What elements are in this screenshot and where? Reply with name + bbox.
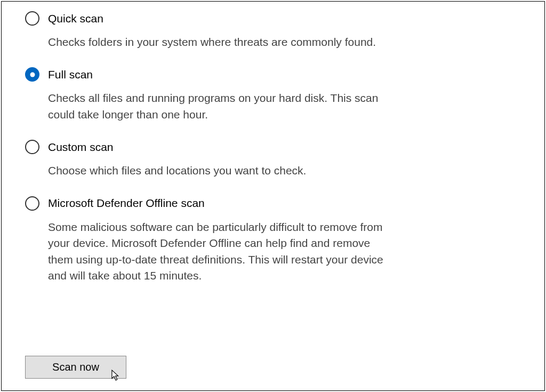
option-description-offline: Some malicious software can be particula… (48, 219, 395, 284)
radio-quick-scan[interactable] (25, 11, 39, 26)
option-description-quick: Checks folders in your system where thre… (48, 34, 395, 50)
option-description-full: Checks all files and running programs on… (48, 90, 395, 123)
option-full-scan: Full scan Checks all files and running p… (25, 67, 521, 123)
option-title-quick: Quick scan (48, 12, 103, 25)
radio-full-scan[interactable] (25, 67, 39, 82)
option-description-custom: Choose which files and locations you wan… (48, 163, 395, 179)
option-title-full: Full scan (48, 68, 93, 81)
radio-offline-scan[interactable] (25, 196, 39, 211)
scan-now-button[interactable]: Scan now (25, 356, 126, 379)
scan-options-panel: Quick scan Checks folders in your system… (1, 1, 545, 391)
option-title-offline: Microsoft Defender Offline scan (48, 197, 205, 210)
option-offline-scan: Microsoft Defender Offline scan Some mal… (25, 196, 521, 284)
option-title-custom: Custom scan (48, 141, 114, 154)
option-quick-scan: Quick scan Checks folders in your system… (25, 11, 521, 50)
option-custom-scan: Custom scan Choose which files and locat… (25, 140, 521, 179)
radio-custom-scan[interactable] (25, 140, 39, 154)
